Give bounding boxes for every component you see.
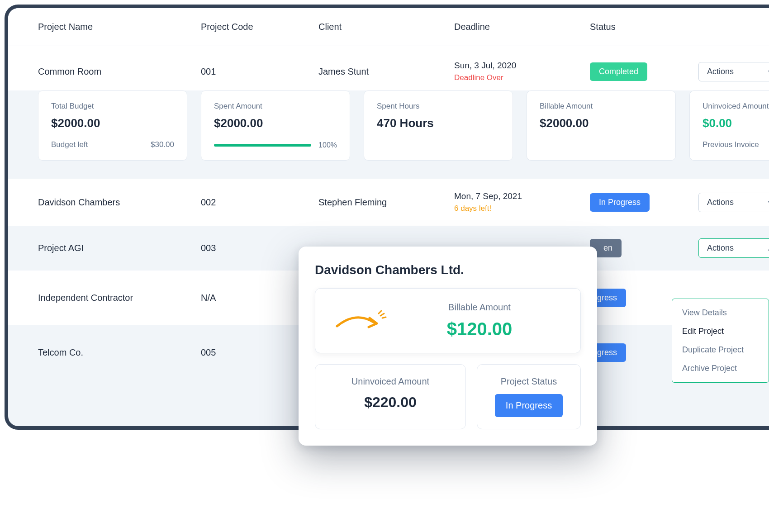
deadline-note: 6 days left! xyxy=(454,204,590,213)
popover-status-label: Project Status xyxy=(486,376,571,387)
popover-uninvoiced-card: Uninvoiced Amount $220.00 xyxy=(315,364,466,429)
cell-name: Davidson Chambers xyxy=(38,197,201,208)
cell-status: In Progress xyxy=(590,193,698,212)
table-row: Common Room 001 James Stunt Sun, 3 Jul, … xyxy=(8,46,769,90)
popover-uninvoiced-label: Uninvoiced Amount xyxy=(324,376,456,387)
cell-deadline: Mon, 7 Sep, 2021 6 days left! xyxy=(454,191,590,213)
card-sub-label: Previous Invoice xyxy=(703,140,759,149)
project-popover: Davidson Chambers Ltd. Billable Amount $… xyxy=(299,247,597,446)
popover-status-card: Project Status In Progress xyxy=(477,364,581,429)
status-badge: In Progress xyxy=(590,193,650,212)
card-label: Uninvoiced Amount xyxy=(703,102,769,111)
card-label: Spent Hours xyxy=(377,102,500,111)
cell-actions: Actions ▾ xyxy=(698,193,769,212)
actions-button[interactable]: Actions ▾ xyxy=(698,193,769,212)
deadline-date: Sun, 3 Jul, 2020 xyxy=(454,61,590,71)
table-row: Davidson Chambers 002 Stephen Fleming Mo… xyxy=(8,179,769,226)
progress-pct: 100% xyxy=(318,141,337,149)
popover-uninvoiced-value: $220.00 xyxy=(324,394,456,411)
card-spent-hours: Spent Hours 470 Hours xyxy=(364,90,513,161)
cell-code: 001 xyxy=(201,66,318,77)
card-spent-amount: Spent Amount $2000.00 100% xyxy=(201,90,350,161)
cell-deadline: Sun, 3 Jul, 2020 Deadline Over xyxy=(454,61,590,82)
card-total-budget: Total Budget $2000.00 Budget left $30.00 xyxy=(38,90,187,161)
progress-fill xyxy=(214,144,311,147)
popover-main-card: Billable Amount $120.00 xyxy=(315,288,581,353)
cell-actions: Actions ▾ xyxy=(698,62,769,81)
card-label: Spent Amount xyxy=(214,102,337,111)
popover-billable-value: $120.00 xyxy=(401,319,558,339)
deadline-date: Mon, 7 Sep, 2021 xyxy=(454,191,590,201)
col-client: Client xyxy=(318,22,454,32)
col-deadline: Deadline xyxy=(454,22,590,32)
cell-actions: Actions ▴ xyxy=(698,238,769,258)
card-label: Billable Amount xyxy=(540,102,663,111)
card-value: $0.00 xyxy=(703,116,769,130)
card-sub-label: Budget left xyxy=(51,140,88,149)
svg-line-0 xyxy=(379,311,381,314)
cell-code: 002 xyxy=(201,197,318,208)
card-value: $2000.00 xyxy=(51,116,174,130)
cell-status: Completed xyxy=(590,62,698,81)
card-value: $2000.00 xyxy=(540,116,663,130)
actions-button[interactable]: Actions ▾ xyxy=(698,62,769,81)
col-name: Project Name xyxy=(38,22,201,32)
table-header-row: Project Name Project Code Client Deadlin… xyxy=(8,8,769,46)
cell-name: Common Room xyxy=(38,66,201,77)
status-badge: Completed xyxy=(590,62,647,81)
arrow-icon xyxy=(333,307,388,334)
cell-client: Stephen Fleming xyxy=(318,197,454,208)
col-code: Project Code xyxy=(201,22,318,32)
cell-status: en xyxy=(590,239,698,257)
deadline-note: Deadline Over xyxy=(454,73,590,82)
actions-label: Actions xyxy=(707,67,734,76)
card-value: $2000.00 xyxy=(214,116,337,130)
svg-line-1 xyxy=(382,317,386,318)
card-sub: Previous Invoice xyxy=(703,140,769,149)
actions-label: Actions xyxy=(707,198,734,207)
col-status: Status xyxy=(590,22,698,32)
dd-archive-project[interactable]: Archive Project xyxy=(672,359,769,378)
actions-button[interactable]: Actions ▴ xyxy=(698,238,769,258)
actions-dropdown: View Details Edit Project Duplicate Proj… xyxy=(672,299,769,383)
popover-title: Davidson Chambers Ltd. xyxy=(315,263,581,277)
popover-billable-label: Billable Amount xyxy=(401,302,558,313)
svg-line-2 xyxy=(380,314,384,316)
popover-status-badge: In Progress xyxy=(495,394,563,417)
cell-name: Project AGI xyxy=(38,243,201,253)
card-sub-value: $30.00 xyxy=(151,140,174,149)
cell-client: James Stunt xyxy=(318,66,454,77)
dd-view-details[interactable]: View Details xyxy=(672,304,769,322)
cell-name: Independent Contractor xyxy=(38,293,201,303)
card-uninvoiced: Uninvoiced Amount $0.00 Previous Invoice xyxy=(689,90,769,161)
dd-duplicate-project[interactable]: Duplicate Project xyxy=(672,341,769,359)
expanded-metrics: Total Budget $2000.00 Budget left $30.00… xyxy=(8,90,769,179)
card-sub: Budget left $30.00 xyxy=(51,140,174,149)
card-value: 470 Hours xyxy=(377,116,500,130)
progress-bar: 100% xyxy=(214,141,337,149)
dd-edit-project[interactable]: Edit Project xyxy=(672,322,769,341)
actions-label: Actions xyxy=(707,243,734,253)
cell-name: Telcom Co. xyxy=(38,347,201,358)
card-label: Total Budget xyxy=(51,102,174,111)
card-billable: Billable Amount $2000.00 xyxy=(527,90,676,161)
